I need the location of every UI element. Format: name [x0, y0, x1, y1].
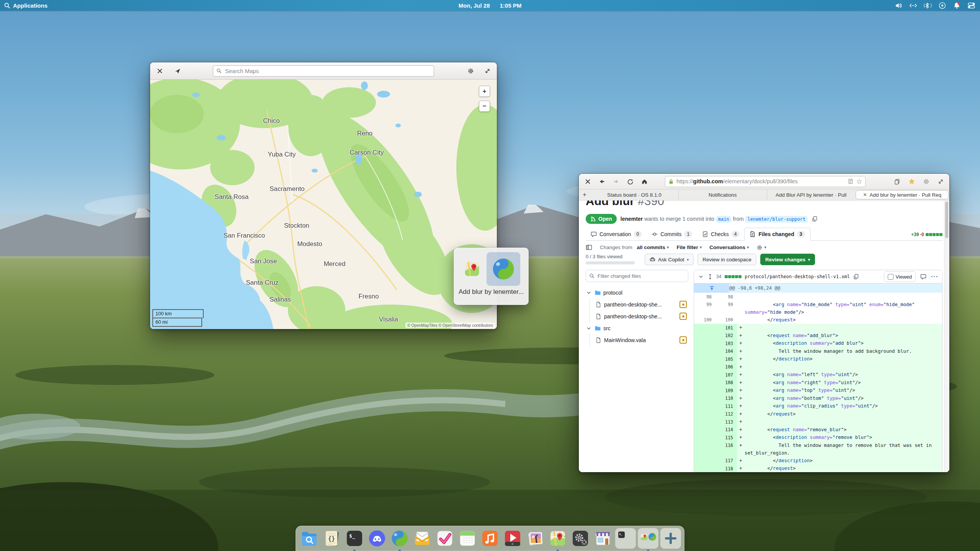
changes-from-dropdown[interactable]: Changes from all commits — [600, 245, 669, 250]
diff-code-line: <arg name="left" type="uint"/> — [745, 371, 942, 379]
bookmark-star-icon[interactable] — [856, 179, 862, 184]
go-to-location-icon[interactable] — [173, 67, 181, 75]
maps-headerbar[interactable] — [150, 62, 497, 80]
fullscreen-icon[interactable] — [483, 67, 492, 75]
selected-window-highlight[interactable] — [487, 252, 520, 286]
file-filter-box[interactable] — [586, 270, 688, 282]
tasks-icon[interactable] — [434, 528, 455, 549]
kebab-menu-icon[interactable] — [931, 273, 938, 280]
maps-search-field[interactable] — [213, 65, 434, 77]
viewed-indicator[interactable] — [679, 336, 687, 344]
settings-icon[interactable] — [570, 528, 591, 549]
tree-file-item[interactable]: pantheon-desktop-she... — [586, 298, 688, 310]
quick-settings-icon[interactable] — [967, 2, 975, 10]
head-branch-label[interactable]: lenemter/blur-support — [745, 216, 808, 223]
copy-branch-icon[interactable] — [812, 216, 818, 222]
browser-tab[interactable]: Add Blur API by lenemter · Pull — [767, 189, 855, 200]
home-icon[interactable] — [640, 178, 648, 185]
diff-settings-gear[interactable] — [756, 245, 766, 251]
url-bar[interactable]: https://github.com/elementary/dock/pull/… — [665, 176, 866, 187]
expand-diff-icon[interactable] — [707, 274, 713, 280]
bluetooth-icon[interactable] — [924, 2, 932, 10]
close-window-button[interactable] — [155, 67, 164, 75]
comment-icon[interactable] — [920, 274, 926, 280]
maps-search-input[interactable] — [224, 67, 431, 75]
back-icon[interactable] — [598, 178, 606, 185]
mail-icon[interactable] — [412, 528, 433, 549]
chevron-down-icon[interactable] — [698, 274, 704, 280]
review-changes-button[interactable]: Review changes▾ — [760, 254, 815, 265]
map-canvas[interactable]: + − 100 km 60 mi © OpenMapTiles © OpenSt… — [150, 80, 497, 329]
scrollbar-thumb[interactable] — [945, 202, 948, 238]
terminal-window-tile[interactable]: $_ — [615, 528, 636, 549]
notifications-icon[interactable] — [953, 2, 961, 10]
new-tab-button[interactable] — [579, 189, 590, 200]
file-filter-dropdown[interactable]: File filter — [676, 245, 702, 250]
page-scrollbar[interactable] — [944, 201, 949, 472]
duplicate-tab-icon[interactable] — [893, 178, 901, 185]
forward-icon[interactable] — [612, 178, 620, 185]
files-icon[interactable] — [299, 528, 320, 549]
viewed-checkbox-button[interactable]: Viewed — [884, 271, 916, 282]
discord-icon[interactable] — [367, 528, 387, 549]
base-branch-label[interactable]: main — [716, 216, 732, 223]
old-line-number: 98 — [694, 293, 715, 301]
desktop: Applications Mon, Jul 28 1:05 PM — [0, 0, 980, 551]
tree-folder-src[interactable]: src — [586, 322, 688, 334]
code-icon[interactable]: {} — [322, 528, 342, 549]
reload-icon[interactable] — [626, 178, 634, 185]
expand-hunk-button[interactable] — [694, 284, 729, 293]
map-city-label: Visalia — [379, 316, 398, 323]
add-dock-item[interactable] — [660, 528, 681, 549]
tree-file-item[interactable]: MainWindow.vala — [586, 334, 688, 346]
calendar-icon[interactable] — [457, 528, 478, 549]
running-indicator — [353, 549, 356, 551]
power-icon[interactable] — [938, 2, 946, 10]
browser-tab[interactable]: Status board · OS 8.1.0 — [590, 189, 678, 200]
review-in-codespace-button[interactable]: Review in codespace — [697, 254, 756, 265]
videos-icon[interactable] — [502, 528, 523, 549]
chevron-down-icon[interactable] — [586, 290, 592, 296]
web-browser-icon[interactable] — [389, 528, 410, 549]
pr-author-link[interactable]: lenemter — [621, 216, 643, 222]
diff-file-path[interactable]: protocol/pantheon-desktop-shell-v1.xml — [745, 274, 850, 279]
viewed-indicator[interactable] — [679, 313, 687, 320]
zoom-in-button[interactable]: + — [479, 86, 490, 97]
browser-tab[interactable]: Notifications — [678, 189, 767, 200]
terminal-icon[interactable]: $_ — [344, 528, 365, 549]
tree-folder-protocol[interactable]: protocol — [586, 287, 688, 298]
photos-icon[interactable] — [525, 528, 546, 549]
pr-tab-commits[interactable]: Commits1 — [647, 228, 697, 240]
zoom-out-button[interactable]: − — [479, 101, 490, 112]
browser-tab[interactable]: ✕Add blur by lenemter · Pull Req — [856, 190, 949, 199]
network-icon[interactable] — [909, 2, 917, 10]
reader-view-icon[interactable] — [848, 179, 853, 184]
datetime-indicator[interactable]: Mon, Jul 28 1:05 PM — [459, 2, 521, 9]
tree-file-item[interactable]: pantheon-desktop-she... — [586, 310, 688, 322]
music-icon[interactable] — [480, 528, 500, 549]
chevron-down-icon[interactable] — [586, 325, 592, 331]
bookmarks-star-icon[interactable] — [908, 178, 915, 185]
volume-icon[interactable] — [895, 2, 903, 10]
viewed-indicator[interactable] — [679, 301, 687, 308]
ask-copilot-button[interactable]: Ask Copilot▾ — [645, 254, 694, 265]
window-group-tile[interactable] — [638, 528, 658, 549]
fullscreen-icon[interactable] — [937, 178, 944, 185]
close-window-button[interactable] — [584, 178, 591, 185]
sidebar-toggle-icon[interactable] — [586, 244, 592, 251]
viewed-checkbox[interactable] — [888, 274, 893, 280]
copy-path-icon[interactable] — [853, 274, 859, 280]
gear-icon[interactable] — [922, 178, 930, 185]
maps-icon[interactable] — [547, 528, 568, 549]
pr-tab-files-changed[interactable]: Files changed3 — [744, 228, 810, 241]
maps-app-icon[interactable] — [462, 259, 482, 279]
pr-tab-conversation[interactable]: Conversation0 — [586, 228, 647, 240]
gear-icon[interactable] — [466, 67, 475, 75]
pr-tab-checks[interactable]: Checks4 — [697, 228, 744, 240]
tab-close-icon[interactable]: ✕ — [863, 192, 867, 197]
applications-menu[interactable]: Applications — [0, 2, 47, 9]
file-filter-input[interactable] — [597, 273, 685, 279]
appcenter-icon[interactable] — [593, 528, 613, 549]
map-attribution[interactable]: © OpenMapTiles © OpenStreetMap contribut… — [405, 323, 495, 328]
conversations-dropdown[interactable]: Conversations — [709, 245, 749, 250]
